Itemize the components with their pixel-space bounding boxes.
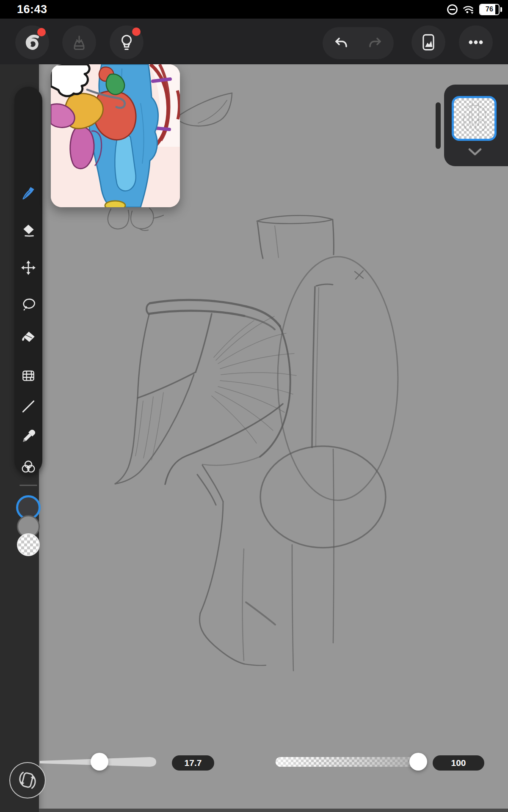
gallery-icon xyxy=(419,33,438,52)
layers-panel xyxy=(444,85,508,166)
opacity-slider-knob[interactable] xyxy=(409,753,427,771)
layer-sketch-preview xyxy=(454,98,494,139)
move-tool-button[interactable] xyxy=(20,260,36,276)
gallery-button[interactable] xyxy=(411,25,445,59)
redo-button[interactable] xyxy=(358,35,394,52)
move-icon xyxy=(20,260,36,276)
brush-size-slider-knob[interactable] xyxy=(91,753,108,771)
panel-scroll-handle[interactable] xyxy=(436,102,441,149)
reference-anatomy-image xyxy=(51,64,180,207)
fill-tool-button[interactable] xyxy=(20,329,36,346)
undo-button[interactable] xyxy=(323,35,358,52)
undo-icon xyxy=(332,35,349,52)
tool-rail xyxy=(14,87,42,475)
mesh-warp-icon xyxy=(20,368,36,384)
lightbulb-icon xyxy=(117,33,136,52)
color-mix-icon xyxy=(20,459,36,475)
import-icon xyxy=(70,33,88,52)
ellipsis-icon xyxy=(467,33,485,52)
redo-icon xyxy=(367,35,384,52)
eyedropper-icon xyxy=(20,428,36,444)
rail-divider xyxy=(19,485,37,486)
brush-size-value: 17.7 xyxy=(185,758,202,768)
eyedropper-tool-button[interactable] xyxy=(20,428,36,444)
line-tool-button[interactable] xyxy=(20,398,36,414)
rotate-canvas-button[interactable] xyxy=(9,762,46,798)
warp-tool-button[interactable] xyxy=(20,368,36,384)
brush-size-value-chip: 17.7 xyxy=(172,755,214,771)
import-button[interactable] xyxy=(62,25,96,59)
status-icons: 76 xyxy=(447,0,502,19)
line-icon xyxy=(20,398,36,414)
status-bar: 16:43 76 xyxy=(0,0,508,19)
app-logo-button[interactable] xyxy=(15,25,49,59)
eraser-tool-button[interactable] xyxy=(20,223,36,239)
opacity-slider-track[interactable] xyxy=(276,757,419,767)
paintbrush-icon xyxy=(20,186,36,202)
paint-tool-button[interactable] xyxy=(20,186,36,202)
paint-bucket-icon xyxy=(20,329,36,346)
opacity-value: 100 xyxy=(451,758,466,768)
more-button[interactable] xyxy=(459,25,493,59)
panel-collapse-chevron-icon[interactable] xyxy=(467,148,483,156)
tips-button[interactable] xyxy=(110,25,144,59)
tips-notification-badge xyxy=(132,27,141,36)
lasso-tool-button[interactable] xyxy=(20,296,36,313)
reference-image-window[interactable] xyxy=(51,64,180,207)
selected-layer-thumbnail[interactable] xyxy=(452,96,497,141)
wifi-icon xyxy=(462,4,475,15)
transparent-color-swatch[interactable] xyxy=(17,533,40,556)
battery-nub xyxy=(500,7,502,12)
do-not-disturb-icon xyxy=(447,4,458,15)
top-toolbar xyxy=(0,19,508,64)
lasso-icon xyxy=(20,296,36,313)
battery-percent-text: 76 xyxy=(486,5,493,13)
opacity-value-chip: 100 xyxy=(433,755,484,771)
logo-notification-badge xyxy=(37,28,46,36)
undo-redo-group xyxy=(323,27,394,59)
color-mix-tool-button[interactable] xyxy=(20,459,36,475)
battery-icon: 76 xyxy=(479,4,500,15)
rotate-canvas-icon xyxy=(15,768,40,793)
eraser-icon xyxy=(20,223,36,239)
clock-text: 16:43 xyxy=(17,3,47,16)
